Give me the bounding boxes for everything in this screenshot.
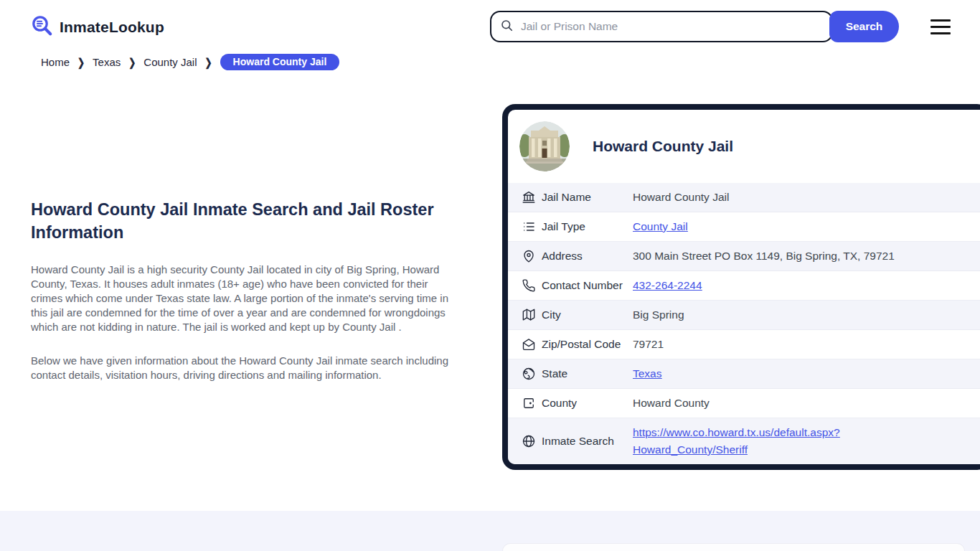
- row-label: Zip/Postal Code: [542, 338, 633, 351]
- brand-logo[interactable]: InmateLookup: [31, 14, 164, 39]
- table-row: Inmate Search https://www.co.howard.tx.u…: [508, 418, 980, 464]
- row-value[interactable]: https://www.co.howard.tx.us/default.aspx…: [633, 424, 884, 458]
- jail-info-card: Howard County Jail Jail Name Howard Coun…: [502, 104, 980, 470]
- article-paragraph: Below we have given information about th…: [31, 354, 458, 382]
- row-label: Jail Type: [542, 220, 633, 233]
- row-value[interactable]: Texas: [633, 367, 662, 380]
- phone-icon: [522, 278, 536, 293]
- row-label: City: [542, 309, 633, 321]
- row-value: Big Spring: [633, 309, 684, 321]
- site-search: Search: [490, 11, 899, 42]
- search-button[interactable]: Search: [829, 11, 899, 42]
- breadcrumb-link-home[interactable]: Home: [41, 56, 70, 68]
- article-paragraphs: Howard County Jail is a high security Co…: [31, 263, 458, 382]
- breadcrumb-current-badge: Howard County Jail: [220, 54, 340, 70]
- search-input[interactable]: [519, 14, 767, 39]
- row-label: Address: [542, 250, 633, 263]
- article: Howard County Jail Inmate Search and Jai…: [31, 198, 461, 382]
- jail-detail-table: Jail Name Howard County Jail Jail Type C…: [508, 183, 980, 464]
- row-label: State: [542, 367, 633, 380]
- map-icon: [522, 308, 536, 322]
- jail-photo-avatar: [519, 121, 570, 171]
- table-row: State Texas: [508, 359, 980, 389]
- bank-icon: [522, 190, 536, 204]
- table-row: Jail Name Howard County Jail: [508, 183, 980, 212]
- row-label: County: [542, 397, 633, 410]
- chevron-right-icon: ❯: [205, 56, 212, 69]
- jail-card-title: Howard County Jail: [593, 138, 733, 155]
- row-label: Jail Name: [542, 191, 633, 204]
- chevron-right-icon: ❯: [128, 56, 136, 69]
- row-value[interactable]: 432-264-2244: [633, 279, 702, 292]
- brand-name: InmateLookup: [60, 19, 164, 36]
- table-row: County Howard County: [508, 389, 980, 418]
- mail-icon: [522, 337, 536, 352]
- search-field-box[interactable]: [490, 11, 833, 42]
- row-label: Inmate Search: [542, 435, 633, 448]
- breadcrumb-link-county-jail[interactable]: County Jail: [143, 56, 197, 68]
- search-icon: [500, 19, 514, 35]
- table-row: City Big Spring: [508, 301, 980, 330]
- row-value: Howard County: [633, 397, 710, 410]
- breadcrumb-link-texas[interactable]: Texas: [93, 56, 121, 68]
- row-value-link[interactable]: County Jail: [633, 220, 688, 232]
- row-label: Contact Number: [542, 279, 633, 292]
- row-value: 79721: [633, 338, 664, 351]
- next-section-card-peek: [502, 543, 965, 551]
- table-row: Address 300 Main Street PO Box 1149, Big…: [508, 242, 980, 271]
- jail-card-header: Howard County Jail: [508, 110, 980, 183]
- table-row: Jail Type County Jail: [508, 212, 980, 242]
- article-paragraph: Howard County Jail is a high security Co…: [31, 263, 458, 334]
- row-value: Howard County Jail: [633, 191, 729, 204]
- table-row: Contact Number 432-264-2244: [508, 271, 980, 301]
- magnifier-lines-logo-icon: [31, 14, 53, 39]
- page-title: Howard County Jail Inmate Search and Jai…: [31, 198, 461, 244]
- row-value-link[interactable]: Texas: [633, 367, 662, 380]
- map-pin-icon: [522, 249, 536, 263]
- breadcrumb: Home❯Texas❯County Jail❯Howard County Jai…: [41, 54, 339, 70]
- list-icon: [522, 220, 536, 234]
- globe-icon: [522, 367, 536, 381]
- table-row: Zip/Postal Code 79721: [508, 330, 980, 359]
- web-icon: [522, 434, 536, 448]
- county-map-icon: [522, 396, 536, 410]
- row-value-link[interactable]: https://www.co.howard.tx.us/default.aspx…: [633, 426, 840, 456]
- menu-hamburger-icon[interactable]: [930, 19, 951, 34]
- chevron-right-icon: ❯: [77, 56, 85, 69]
- row-value: 300 Main Street PO Box 1149, Big Spring,…: [633, 250, 895, 263]
- row-value-link[interactable]: 432-264-2244: [633, 279, 702, 291]
- row-value[interactable]: County Jail: [633, 220, 688, 233]
